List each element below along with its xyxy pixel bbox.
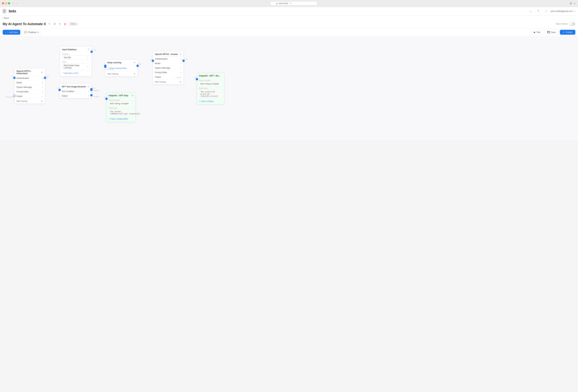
dl-out-dot [137,65,139,67]
output1-string-compiler-value: BotX String Compiler [110,102,129,105]
url-text: botx.cloud [279,2,288,4]
output1-title: Output#1 - GPT Only [108,94,128,97]
gpt1-output-section[interactable]: Output ▾ [14,94,45,98]
gpt-tool-gear-icon[interactable]: ⚙ [87,85,90,88]
gpt1-prompt-editor-section[interactable]: Prompt Editor ▾ [14,89,45,94]
chatbots-button[interactable]: 💬 Chatbots ▾ [22,30,41,35]
gpt1-prompt-chevron-icon: ▾ [42,91,43,93]
gpt-tool-output-section[interactable]: Output ▾ [60,93,92,98]
output2-dialog-link[interactable]: ↗ Open in Dialog [199,99,222,103]
database-label: Database [62,53,90,55]
gpt1-auth-chevron-icon: ▾ [42,77,43,79]
back-chevron-icon: ‹ [3,17,3,19]
output1-gear-icon[interactable]: ⚙ [131,94,134,97]
table-label: Table [62,61,90,63]
input-database-out-label: Out [94,49,96,51]
settings-button[interactable]: ⚙ [53,22,56,26]
gpt1-out-label: Out [47,76,49,77]
gpt1-system-message-section[interactable]: System Message ▾ [14,85,45,89]
gpt2-training-label: Training [175,77,180,78]
add-new-button[interactable]: + + Add New [3,30,20,35]
publish-icon: ✦ [563,31,564,34]
refresh-button[interactable]: ↻ [58,22,62,26]
gpt2-output-label: Output [155,76,161,78]
openai-gpt1-gear-icon[interactable]: ⚙ [41,71,43,74]
openai-gpt2-header: OpenAI GPT#2 - Answer ⚙ [153,51,184,57]
gpt1-trash-icon[interactable]: 🗑 [41,100,43,102]
gpt-tool-title: GPT Tool Usage Decision [62,86,86,88]
user-info[interactable]: john.smith@gmail.com ▼ [551,10,575,12]
robot-online-toggle[interactable] [569,22,575,26]
openai-gpt2-gear-icon[interactable]: ⚙ [180,53,182,55]
gpt1-out-dot [44,77,46,79]
fullscreen-traffic-light[interactable] [8,2,10,4]
deep-learning-node: Deep Learning ⚙ ↗ Deep Learning Editor S… [105,59,138,77]
app-header: ☰ botx ⌕ ? ☽ john.smith@gmail.com ▼ [0,7,578,16]
table-select[interactable]: Real Estate Deep Learning ▾ [62,63,90,70]
gpt1-model-section[interactable]: Model ▾ [14,80,45,85]
deep-learning-gear-icon[interactable]: ⚙ [134,61,136,64]
forward-nav-button[interactable]: › [16,1,18,5]
test-button[interactable]: ▶ Test [531,30,543,35]
gpt1-start-training-row: Start Training 🗑 [14,98,45,104]
output1-body: String Compiler BotX String Compiler ▾ R… [106,98,136,122]
delete-button[interactable]: 🗑 [63,22,67,26]
gpt1-authentication-section[interactable]: Authentication ▾ [14,76,45,80]
gpt2-authentication-section[interactable]: Authentication ▾ [153,57,184,61]
database-select[interactable]: Test DB ▾ [62,55,90,60]
output1-external-icon: ↗ [108,118,110,120]
gpt1-start-training-button[interactable]: Start Training [16,100,27,102]
tool-condition-section[interactable]: Tool Condition ▾ [60,89,92,93]
back-nav: ‹ Back [0,16,578,20]
url-bar[interactable]: 🔒 botx.cloud ↻ [270,1,317,5]
share-button[interactable]: ⬆ [570,2,572,5]
gpt2-in-label: In [150,58,151,60]
gpt2-system-message-section[interactable]: System Message ▾ [153,66,184,70]
openai-gpt2-node: OpenAI GPT#2 - Answer ⚙ Authentication ▾… [153,51,184,85]
new-tab-button[interactable]: ＋ [573,2,576,5]
edit-table-link[interactable]: ↗ Edit table in DCS [62,71,90,75]
deep-learning-start-training-button[interactable]: Start Training [107,73,118,75]
dark-mode-icon[interactable]: ☽ [543,9,548,14]
tool-condition-chevron-icon: ▾ [88,90,90,92]
plus-icon: + [5,31,6,34]
gpt2-model-section[interactable]: Model ▾ [153,61,184,66]
publish-button[interactable]: ✦ Publish [560,30,575,35]
input-database-node: Input Database ⚙ Database Test DB ▾ Tabl… [60,46,92,76]
edit-table-label: Edit table in DCS [64,72,78,74]
gpt2-trash-icon[interactable]: 🗑 [180,81,182,83]
gpt1-training-label: Training Data [6,96,14,98]
output1-robot-says-text: The answer: {{NoMatch[0].gpt_response}} [108,109,134,116]
canvas[interactable]: Input Database ⚙ Database Test DB ▾ Tabl… [0,36,578,140]
address-bar: 🔒 botx.cloud ↻ [19,1,569,5]
minimize-traffic-light[interactable] [5,2,7,4]
close-traffic-light[interactable] [2,2,4,4]
gpt2-start-training-button[interactable]: Start Training [155,81,166,83]
reload-icon[interactable]: ↻ [290,2,292,4]
output1-dialog-link[interactable]: ↗ Open in Dialog Editor [108,117,134,121]
help-icon[interactable]: ? [536,9,540,14]
deep-learning-trash-icon[interactable]: 🗑 [134,73,136,75]
gpt-tool-header: GPT Tool Usage Decision ⚙ [60,84,92,89]
output1-string-compiler-select[interactable]: BotX String Compiler ▾ [108,101,134,106]
output2-in-label: In [194,77,195,78]
save-label: Save [551,31,556,34]
back-button[interactable]: ‹ Back [3,17,9,19]
save-button[interactable]: 💾 Save [545,30,558,35]
edit-title-button[interactable]: ✎ [48,22,51,26]
deep-learning-start-training-row: Start Training 🗑 [105,71,138,76]
back-nav-button[interactable]: ‹ [13,1,15,5]
gpt-tool-in-label: In [57,87,58,89]
title-right: Robot Online [556,22,575,26]
output2-string-compiler-select[interactable]: BotX String Compiler [199,82,222,86]
dl-out-label: Out [139,63,141,65]
dl-training-label: Training Data [106,69,114,70]
output2-dialog-label: Open in Dialog [201,100,213,102]
gpt2-prompt-editor-section[interactable]: Prompt Editor ▾ [153,70,184,75]
deep-learning-title: Deep Learning [107,61,121,64]
chatbots-chevron-icon: ▾ [38,31,39,34]
search-icon[interactable]: ⌕ [529,9,533,14]
gpt2-start-training-row: Start Training 🗑 [153,79,184,84]
input-database-gear-icon[interactable]: ⚙ [88,48,90,51]
menu-icon[interactable]: ☰ [3,9,6,13]
